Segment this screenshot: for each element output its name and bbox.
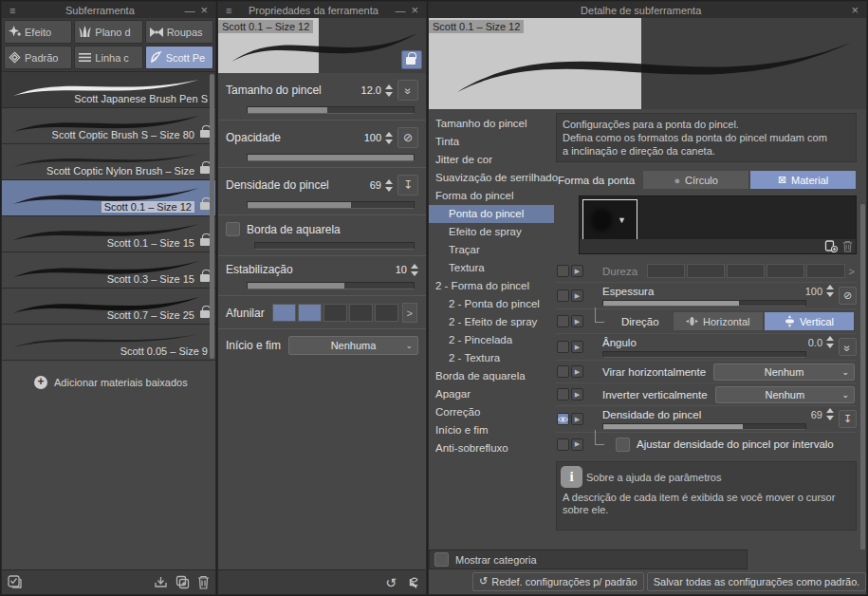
- minimize-button[interactable]: —: [392, 5, 408, 16]
- category-item[interactable]: Apagar: [429, 385, 554, 403]
- brush-item-selected[interactable]: Scott 0.1 – Size 12: [2, 180, 215, 216]
- brush-density-stepper[interactable]: [385, 179, 393, 192]
- brush-item[interactable]: Scott 0.05 – Size 9: [2, 325, 215, 361]
- add-downloaded-materials[interactable]: + Adicionar materiais baixados: [2, 361, 215, 389]
- opacity-slider[interactable]: [247, 154, 415, 161]
- trash-icon[interactable]: [842, 240, 853, 252]
- trash-icon[interactable]: [197, 575, 210, 589]
- category-item[interactable]: Jitter de cor: [429, 151, 554, 169]
- lock-icon[interactable]: [200, 166, 210, 174]
- menu-icon[interactable]: ≡: [223, 5, 234, 16]
- angle-stepper[interactable]: [826, 336, 834, 348]
- flip-horizontal-indicator[interactable]: [557, 365, 569, 378]
- thickness-slider[interactable]: [602, 300, 806, 307]
- opacity-value[interactable]: 100: [364, 132, 381, 143]
- category-item[interactable]: Tinta: [429, 133, 554, 151]
- flip-horizontal-dynamics-button[interactable]: ▶: [571, 365, 583, 378]
- close-button[interactable]: ×: [408, 3, 421, 17]
- direction-dynamics-button[interactable]: ▶: [571, 315, 583, 327]
- brush-item[interactable]: Scott Japanese Brush Pen S: [2, 72, 215, 108]
- tip-shape-circle-button[interactable]: ● Círculo: [642, 170, 749, 190]
- tip-shape-material-button[interactable]: ⊠ Material: [749, 170, 857, 190]
- flip-vertical-dropdown[interactable]: Nenhum ⌄: [715, 386, 855, 403]
- brush-size-slider[interactable]: [247, 106, 415, 114]
- show-category-checkbox[interactable]: [434, 552, 449, 567]
- brush-density-value[interactable]: 69: [811, 409, 822, 420]
- brush-density-stepper[interactable]: [826, 408, 834, 420]
- tab-padrao[interactable]: Padrão: [4, 46, 72, 69]
- watercolor-edge-slider[interactable]: [254, 242, 415, 250]
- category-item[interactable]: Textura: [429, 259, 554, 277]
- detail-scrollbar[interactable]: [860, 204, 865, 549]
- adjust-density-dynamics-button[interactable]: ▶: [571, 438, 583, 451]
- stabilization-value[interactable]: 10: [396, 264, 407, 275]
- direction-vertical-button[interactable]: Vertical: [764, 311, 855, 331]
- category-item[interactable]: Efeito de spray: [429, 223, 554, 241]
- multi-select-icon[interactable]: [8, 575, 23, 589]
- opacity-dynamics-button[interactable]: ⊘: [397, 127, 418, 148]
- brush-item[interactable]: Scott 0.3 – Size 15: [2, 252, 215, 289]
- tip-material-thumbnail[interactable]: ▼: [582, 199, 637, 241]
- minimize-button[interactable]: —: [181, 5, 197, 16]
- start-end-dropdown[interactable]: Nenhuma ⌄: [288, 336, 418, 355]
- brush-item[interactable]: Scott Coptic Brush S – Size 80: [2, 108, 215, 144]
- direction-indicator[interactable]: [557, 315, 569, 327]
- chevron-right-icon[interactable]: >: [849, 266, 855, 277]
- watercolor-edge-checkbox[interactable]: [226, 222, 240, 236]
- category-item[interactable]: Anti-sobrefluxo: [429, 439, 554, 457]
- direction-horizontal-button[interactable]: Horizontal: [673, 311, 764, 331]
- brush-density-visibility-toggle[interactable]: [557, 413, 569, 425]
- brush-item[interactable]: Scott Coptic Nylon Brush – Size: [2, 144, 215, 180]
- lock-icon[interactable]: [200, 310, 210, 318]
- category-item[interactable]: Início e fim: [429, 421, 554, 439]
- opacity-stepper[interactable]: [385, 132, 393, 144]
- taper-expand-button[interactable]: >: [402, 303, 417, 323]
- lock-button[interactable]: [401, 50, 422, 69]
- flip-vertical-indicator[interactable]: [557, 388, 569, 400]
- brush-density-slider[interactable]: [602, 423, 806, 430]
- brush-density-dynamics-button[interactable]: ▶: [571, 413, 583, 425]
- category-item[interactable]: 2 - Forma do pincel: [429, 277, 554, 295]
- brush-density-source-button[interactable]: ↧: [397, 175, 418, 196]
- category-item[interactable]: Tamanho do pincel: [429, 115, 554, 133]
- angle-indicator[interactable]: [557, 341, 569, 353]
- tab-linha[interactable]: Linha c: [74, 46, 142, 69]
- brush-density-value[interactable]: 69: [370, 179, 381, 191]
- angle-slider[interactable]: [602, 351, 806, 358]
- brush-size-value[interactable]: 12.0: [361, 84, 381, 96]
- tab-efeito[interactable]: Efeito: [4, 20, 72, 44]
- category-item[interactable]: 2 - Efeito de spray: [429, 313, 554, 331]
- brush-density-source-button[interactable]: ↧: [839, 410, 857, 428]
- lock-icon[interactable]: [200, 202, 210, 210]
- lock-icon[interactable]: [200, 130, 210, 138]
- hardness-indicator[interactable]: [557, 265, 569, 277]
- category-item-selected[interactable]: Ponta do pincel: [429, 205, 554, 223]
- thickness-value[interactable]: 100: [805, 286, 822, 297]
- thickness-dynamics-button[interactable]: ▶: [571, 289, 583, 302]
- category-item[interactable]: 2 - Pincelada: [429, 331, 554, 349]
- tab-roupas[interactable]: Roupas: [145, 20, 213, 44]
- flip-horizontal-dropdown[interactable]: Nenhum ⌄: [713, 363, 855, 381]
- lock-icon[interactable]: [200, 238, 210, 246]
- reset-settings-button[interactable]: ↺ Redef. configurações p/ padrão: [472, 572, 644, 591]
- category-item[interactable]: Borda de aquarela: [429, 367, 554, 385]
- menu-icon[interactable]: ≡: [7, 5, 18, 16]
- category-item[interactable]: Suavização de serrilhado: [429, 169, 554, 187]
- thickness-dynamics-off-button[interactable]: ⊘: [839, 287, 857, 305]
- import-icon[interactable]: [154, 575, 168, 589]
- reset-defaults-icon[interactable]: ↺: [385, 575, 397, 590]
- category-item[interactable]: Correção: [429, 403, 554, 421]
- subtool-scrollbar[interactable]: [210, 74, 214, 359]
- brush-density-slider[interactable]: [247, 201, 415, 209]
- brush-item[interactable]: Scott 0.7 – Size 25: [2, 289, 215, 325]
- thickness-stepper[interactable]: [826, 285, 834, 297]
- category-item[interactable]: 2 - Textura: [429, 349, 554, 367]
- brush-size-dynamics-button[interactable]: »: [397, 80, 418, 101]
- close-button[interactable]: ×: [848, 3, 861, 17]
- save-defaults-button[interactable]: Salvar todas as configurações como padrã…: [647, 572, 867, 591]
- thickness-indicator[interactable]: [557, 289, 569, 302]
- hardness-dynamics-button[interactable]: ▶: [571, 265, 583, 277]
- brush-item[interactable]: Scott 0.1 – Size 15: [2, 216, 215, 252]
- category-item[interactable]: 2 - Ponta do pincel: [429, 295, 554, 313]
- duplicate-icon[interactable]: [175, 575, 190, 589]
